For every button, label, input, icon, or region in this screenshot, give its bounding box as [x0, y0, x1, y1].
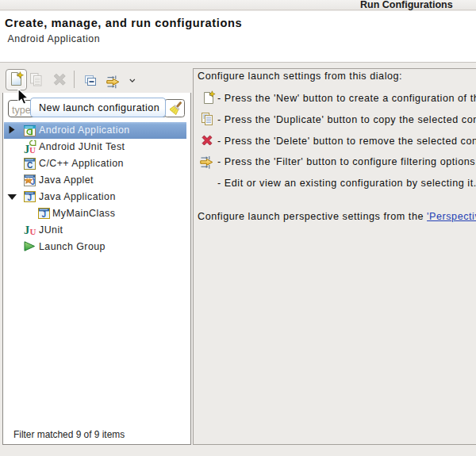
svg-text:J: J [42, 210, 47, 219]
svg-text:J: J [31, 178, 36, 186]
svg-text:J: J [24, 224, 29, 236]
svg-text:U: U [29, 145, 36, 155]
svg-text:J: J [28, 194, 33, 202]
svg-text:U: U [30, 227, 36, 236]
svg-text:C: C [27, 161, 33, 170]
